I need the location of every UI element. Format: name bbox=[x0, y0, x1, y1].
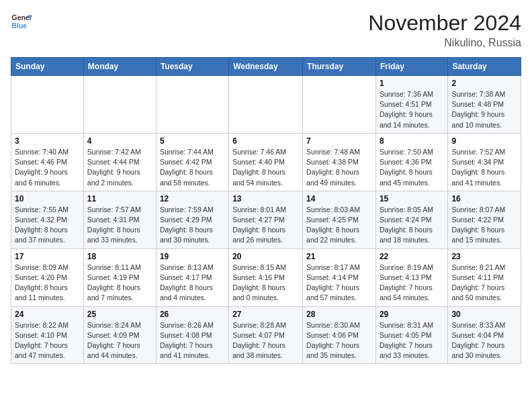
day-number: 28 bbox=[306, 310, 372, 319]
calendar-cell: 13Sunrise: 8:01 AMSunset: 4:27 PMDayligh… bbox=[229, 191, 303, 248]
day-info: Sunrise: 8:01 AMSunset: 4:27 PMDaylight:… bbox=[232, 205, 299, 246]
day-info: Sunrise: 8:13 AMSunset: 4:17 PMDaylight:… bbox=[160, 263, 225, 304]
day-info: Sunrise: 8:24 AMSunset: 4:09 PMDaylight:… bbox=[87, 320, 152, 361]
day-number: 6 bbox=[232, 136, 299, 146]
day-info: Sunrise: 8:33 AMSunset: 4:04 PMDaylight:… bbox=[451, 320, 517, 361]
day-info: Sunrise: 8:28 AMSunset: 4:07 PMDaylight:… bbox=[232, 320, 299, 361]
calendar-cell: 5Sunrise: 7:44 AMSunset: 4:42 PMDaylight… bbox=[156, 133, 228, 191]
calendar-cell: 30Sunrise: 8:33 AMSunset: 4:04 PMDayligh… bbox=[448, 306, 521, 364]
day-info: Sunrise: 7:42 AMSunset: 4:44 PMDaylight:… bbox=[87, 147, 152, 188]
calendar-cell: 9Sunrise: 7:52 AMSunset: 4:34 PMDaylight… bbox=[448, 133, 521, 191]
calendar-cell: 7Sunrise: 7:48 AMSunset: 4:38 PMDaylight… bbox=[303, 133, 376, 191]
day-number: 8 bbox=[380, 136, 444, 146]
svg-text:Blue: Blue bbox=[12, 22, 28, 30]
weekday-header-tuesday: Tuesday bbox=[156, 58, 228, 76]
day-number: 16 bbox=[451, 194, 517, 203]
day-info: Sunrise: 7:52 AMSunset: 4:34 PMDaylight:… bbox=[451, 147, 517, 188]
day-number: 11 bbox=[87, 194, 152, 203]
day-number: 14 bbox=[306, 194, 372, 203]
day-info: Sunrise: 8:03 AMSunset: 4:25 PMDaylight:… bbox=[306, 205, 372, 246]
day-info: Sunrise: 7:50 AMSunset: 4:36 PMDaylight:… bbox=[380, 147, 444, 188]
day-info: Sunrise: 8:05 AMSunset: 4:24 PMDaylight:… bbox=[380, 205, 444, 246]
calendar-cell: 25Sunrise: 8:24 AMSunset: 4:09 PMDayligh… bbox=[83, 306, 156, 364]
day-number: 9 bbox=[451, 136, 517, 146]
day-number: 22 bbox=[380, 252, 444, 261]
weekday-header-monday: Monday bbox=[83, 58, 156, 76]
day-number: 5 bbox=[160, 136, 225, 146]
weekday-header-saturday: Saturday bbox=[448, 58, 521, 76]
calendar-cell: 21Sunrise: 8:17 AMSunset: 4:14 PMDayligh… bbox=[303, 248, 376, 306]
day-info: Sunrise: 7:59 AMSunset: 4:29 PMDaylight:… bbox=[160, 205, 225, 246]
day-number: 17 bbox=[15, 252, 80, 261]
weekday-header-friday: Friday bbox=[375, 58, 447, 76]
calendar-cell bbox=[156, 76, 228, 134]
calendar-cell: 4Sunrise: 7:42 AMSunset: 4:44 PMDaylight… bbox=[83, 133, 156, 191]
day-number: 21 bbox=[306, 252, 372, 261]
page-header: General Blue November 2024 Nikulino, Rus… bbox=[11, 11, 521, 49]
location: Nikulino, Russia bbox=[368, 37, 521, 49]
day-info: Sunrise: 8:26 AMSunset: 4:08 PMDaylight:… bbox=[160, 320, 225, 361]
calendar-cell: 1Sunrise: 7:36 AMSunset: 4:51 PMDaylight… bbox=[375, 76, 447, 134]
day-number: 20 bbox=[232, 252, 299, 261]
day-number: 18 bbox=[87, 252, 152, 261]
day-number: 12 bbox=[160, 194, 225, 203]
calendar-cell: 17Sunrise: 8:09 AMSunset: 4:20 PMDayligh… bbox=[11, 248, 84, 306]
day-number: 27 bbox=[232, 310, 299, 319]
calendar-cell: 8Sunrise: 7:50 AMSunset: 4:36 PMDaylight… bbox=[375, 133, 447, 191]
day-info: Sunrise: 8:22 AMSunset: 4:10 PMDaylight:… bbox=[15, 320, 80, 361]
day-number: 26 bbox=[160, 310, 225, 319]
title-area: November 2024 Nikulino, Russia bbox=[368, 11, 521, 49]
day-info: Sunrise: 7:38 AMSunset: 4:48 PMDaylight:… bbox=[451, 89, 517, 130]
day-info: Sunrise: 8:07 AMSunset: 4:22 PMDaylight:… bbox=[451, 205, 517, 246]
day-info: Sunrise: 8:09 AMSunset: 4:20 PMDaylight:… bbox=[15, 263, 80, 304]
day-number: 1 bbox=[380, 79, 444, 88]
day-info: Sunrise: 7:44 AMSunset: 4:42 PMDaylight:… bbox=[160, 147, 225, 188]
logo: General Blue bbox=[11, 11, 32, 32]
day-number: 13 bbox=[232, 194, 299, 203]
calendar-cell bbox=[303, 76, 376, 134]
day-info: Sunrise: 7:57 AMSunset: 4:31 PMDaylight:… bbox=[87, 205, 152, 246]
day-number: 30 bbox=[451, 310, 517, 319]
calendar-cell: 10Sunrise: 7:55 AMSunset: 4:32 PMDayligh… bbox=[11, 191, 84, 248]
day-number: 15 bbox=[380, 194, 444, 203]
calendar-cell: 14Sunrise: 8:03 AMSunset: 4:25 PMDayligh… bbox=[303, 191, 376, 248]
calendar-cell: 12Sunrise: 7:59 AMSunset: 4:29 PMDayligh… bbox=[156, 191, 228, 248]
calendar-cell: 3Sunrise: 7:40 AMSunset: 4:46 PMDaylight… bbox=[11, 133, 84, 191]
calendar-cell: 15Sunrise: 8:05 AMSunset: 4:24 PMDayligh… bbox=[375, 191, 447, 248]
day-number: 24 bbox=[15, 310, 80, 319]
calendar-cell: 24Sunrise: 8:22 AMSunset: 4:10 PMDayligh… bbox=[11, 306, 84, 364]
calendar-table: SundayMondayTuesdayWednesdayThursdayFrid… bbox=[11, 57, 521, 364]
day-info: Sunrise: 7:48 AMSunset: 4:38 PMDaylight:… bbox=[306, 147, 372, 188]
day-info: Sunrise: 8:15 AMSunset: 4:16 PMDaylight:… bbox=[232, 263, 299, 304]
day-info: Sunrise: 8:19 AMSunset: 4:13 PMDaylight:… bbox=[380, 263, 444, 304]
calendar-cell: 20Sunrise: 8:15 AMSunset: 4:16 PMDayligh… bbox=[229, 248, 303, 306]
day-number: 2 bbox=[451, 79, 517, 88]
weekday-header-thursday: Thursday bbox=[303, 58, 376, 76]
calendar-header: SundayMondayTuesdayWednesdayThursdayFrid… bbox=[11, 58, 521, 76]
day-number: 3 bbox=[15, 136, 80, 146]
calendar-cell: 2Sunrise: 7:38 AMSunset: 4:48 PMDaylight… bbox=[448, 76, 521, 134]
calendar-cell: 6Sunrise: 7:46 AMSunset: 4:40 PMDaylight… bbox=[229, 133, 303, 191]
day-info: Sunrise: 8:11 AMSunset: 4:19 PMDaylight:… bbox=[87, 263, 152, 304]
calendar-cell bbox=[229, 76, 303, 134]
weekday-header-wednesday: Wednesday bbox=[229, 58, 303, 76]
calendar-cell bbox=[83, 76, 156, 134]
calendar-cell: 16Sunrise: 8:07 AMSunset: 4:22 PMDayligh… bbox=[448, 191, 521, 248]
calendar-cell: 19Sunrise: 8:13 AMSunset: 4:17 PMDayligh… bbox=[156, 248, 228, 306]
calendar-cell: 11Sunrise: 7:57 AMSunset: 4:31 PMDayligh… bbox=[83, 191, 156, 248]
day-info: Sunrise: 7:40 AMSunset: 4:46 PMDaylight:… bbox=[15, 147, 80, 188]
calendar-cell: 26Sunrise: 8:26 AMSunset: 4:08 PMDayligh… bbox=[156, 306, 228, 364]
day-info: Sunrise: 7:55 AMSunset: 4:32 PMDaylight:… bbox=[15, 205, 80, 246]
day-info: Sunrise: 8:21 AMSunset: 4:11 PMDaylight:… bbox=[451, 263, 517, 304]
day-info: Sunrise: 8:17 AMSunset: 4:14 PMDaylight:… bbox=[306, 263, 372, 304]
calendar-cell bbox=[11, 76, 84, 134]
day-number: 25 bbox=[87, 310, 152, 319]
day-number: 29 bbox=[380, 310, 444, 319]
weekday-header-sunday: Sunday bbox=[11, 58, 84, 76]
day-info: Sunrise: 8:30 AMSunset: 4:06 PMDaylight:… bbox=[306, 320, 372, 361]
day-info: Sunrise: 7:46 AMSunset: 4:40 PMDaylight:… bbox=[232, 147, 299, 188]
day-number: 10 bbox=[15, 194, 80, 203]
day-number: 4 bbox=[87, 136, 152, 146]
day-info: Sunrise: 7:36 AMSunset: 4:51 PMDaylight:… bbox=[380, 89, 444, 130]
day-number: 19 bbox=[160, 252, 225, 261]
